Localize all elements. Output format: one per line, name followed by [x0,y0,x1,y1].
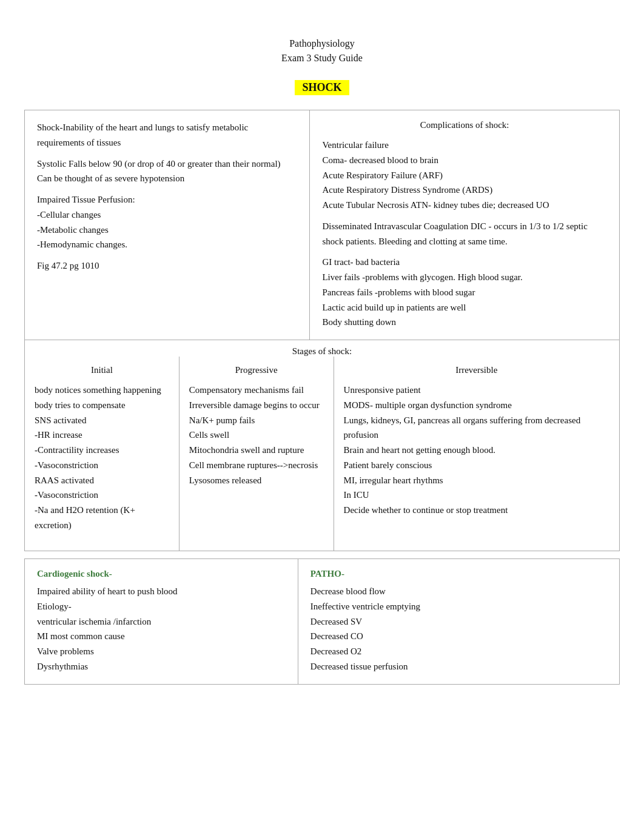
shock-title-wrapper: SHOCK [24,80,620,105]
initial-item-8: -Na and H2O retention (K+ excretion) [35,503,169,533]
complication-9: Lactic acid build up in patients are wel… [322,300,607,315]
complication-3: Acute Respiratory Distress Syndrome (ARD… [322,183,607,198]
cardiogenic-left: Cardiogenic shock- Impaired ability of h… [25,559,298,684]
shock-left-panel: Shock-Inability of the heart and lungs t… [25,110,310,340]
complication-6: GI tract- bad bacteria [322,255,607,270]
cardiogenic-right: PATHO- Decrease blood flow Ineffective v… [298,559,619,684]
complication-8: Pancreas fails -problems with blood suga… [322,285,607,300]
irreversible-title: Irreversible [344,365,609,375]
initial-item-0: body notices something happening [35,383,169,398]
initial-title: Initial [35,365,169,375]
progressive-item-0: Compensatory mechanisms fail [189,383,324,398]
cardio-item-0: Impaired ability of heart to push blood [37,584,286,599]
stages-section: Stages of shock: Initial body notices so… [25,340,619,551]
stage-initial: Initial body notices something happening… [25,357,179,551]
irreversible-item-2: Lungs, kidneys, GI, pancreas all organs … [344,413,609,443]
complication-1: Coma- decreased blood to brain [322,153,607,168]
complication-10: Body shutting down [322,315,607,330]
initial-item-5: -Vasoconstriction [35,458,169,473]
initial-item-1: body tries to compensate [35,398,169,413]
progressive-item-6: Lysosomes released [189,473,324,488]
initial-item-2: SNS activated [35,413,169,428]
impaired-item-1: -Metabolic changes [37,223,297,238]
header-line1: Pathophysiology [24,36,620,51]
irreversible-item-6: In ICU [344,488,609,503]
patho-item-1: Ineffective ventricle emptying [310,599,607,614]
progressive-item-3: Cells swell [189,428,324,443]
stages-header: Stages of shock: [25,340,619,357]
cardio-item-4: Valve problems [37,644,286,659]
progressive-item-5: Cell membrane ruptures-->necrosis [189,458,324,473]
complications-header: Complications of shock: [322,120,607,130]
complication-5: Disseminated Intravascular Coagulation D… [322,219,607,249]
cardiogenic-box: Cardiogenic shock- Impaired ability of h… [24,558,620,685]
stage-irreversible: Irreversible Unresponsive patient MODS- … [334,357,619,551]
complication-7: Liver fails -problems with glycogen. Hig… [322,270,607,285]
shock-systolic: Systolic Falls below 90 (or drop of 40 o… [37,156,297,172]
stage-progressive: Progressive Compensatory mechanisms fail… [179,357,334,551]
progressive-title: Progressive [189,365,324,375]
initial-item-3: -HR increase [35,428,169,443]
impaired-item-0: -Cellular changes [37,207,297,223]
cardiogenic-label: Cardiogenic shock- [37,569,286,579]
irreversible-item-7: Decide whether to continue or stop treat… [344,503,609,518]
patho-item-2: Decreased SV [310,614,607,629]
initial-item-6: RAAS activated [35,473,169,488]
progressive-item-4: Mitochondria swell and rupture [189,443,324,458]
complication-2: Acute Respiratory Failure (ARF) [322,168,607,183]
cardio-item-3: MI most common cause [37,629,286,644]
shock-definition: Shock-Inability of the heart and lungs t… [37,120,297,150]
cardio-item-2: ventricular ischemia /infarction [37,614,286,629]
fig-ref: Fig 47.2 pg 1010 [37,258,297,273]
irreversible-item-1: MODS- multiple organ dysfunction syndrom… [344,398,609,413]
irreversible-item-0: Unresponsive patient [344,383,609,398]
impaired-item-2: -Hemodynamic changes. [37,237,297,252]
cardio-item-5: Dysrhythmias [37,659,286,674]
patho-item-5: Decreased tissue perfusion [310,659,607,674]
page-header: Pathophysiology Exam 3 Study Guide [24,36,620,65]
initial-item-4: -Contractility increases [35,443,169,458]
irreversible-item-3: Brain and heart not getting enough blood… [344,443,609,458]
irreversible-item-4: Patient barely conscious [344,458,609,473]
initial-item-7: -Vasoconstriction [35,488,169,503]
progressive-item-1: Irreversible damage begins to occur [189,398,324,413]
patho-item-4: Decreased O2 [310,644,607,659]
header-line2: Exam 3 Study Guide [24,51,620,65]
stages-row: Initial body notices something happening… [25,357,619,551]
impaired-title: Impaired Tissue Perfusion: [37,192,297,207]
progressive-item-2: Na/K+ pump fails [189,413,324,428]
shock-info-row: Shock-Inability of the heart and lungs t… [25,110,619,340]
shock-hypotension: Can be thought of as severe hypotension [37,171,297,186]
shock-right-panel: Complications of shock: Ventricular fail… [310,110,619,340]
cardio-item-1: Etiology- [37,599,286,614]
patho-item-3: Decreased CO [310,629,607,644]
complication-4: Acute Tubular Necrosis ATN- kidney tubes… [322,198,607,213]
complication-0: Ventricular failure [322,138,607,153]
irreversible-item-5: MI, irregular heart rhythms [344,473,609,488]
main-shock-box: Shock-Inability of the heart and lungs t… [24,110,620,551]
patho-item-0: Decrease blood flow [310,584,607,599]
patho-label: PATHO- [310,569,607,579]
shock-title: SHOCK [295,80,349,95]
